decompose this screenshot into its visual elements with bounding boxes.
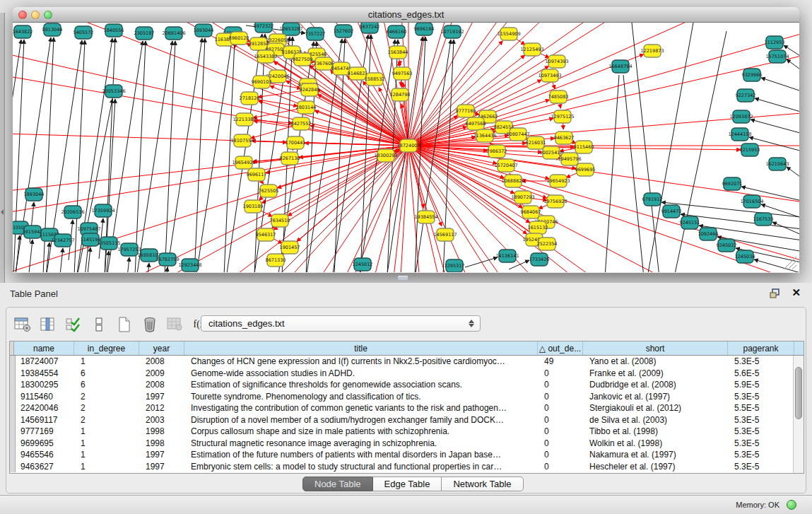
graph-node-label: 10653287 [279, 26, 302, 32]
network-canvas[interactable]: 1643822881304454055721840556230518720691… [13, 23, 799, 272]
graph-edge [194, 38, 205, 272]
table-row[interactable]: 911546021997Tourette syndrome. Phenomeno… [10, 391, 804, 403]
table-row[interactable]: 946362711997Embryonic stem cells: a mode… [10, 461, 804, 473]
cell-pagerank: 5.9E-5 [729, 379, 796, 391]
column-header-out_de...[interactable]: △ out_de... [538, 341, 583, 355]
graph-node-label: 19654925 [232, 160, 255, 165]
graph-node-label: 17957253 [117, 247, 141, 252]
tab-network-table[interactable]: Network Table [442, 477, 523, 491]
graph-node-label: 9146821 [348, 71, 368, 76]
window-resize-grip[interactable] [779, 252, 798, 271]
graph-node-label: 7634510 [270, 218, 290, 223]
table-row[interactable]: 2242004622012Investigating the contribut… [10, 402, 804, 414]
table-source-value: citations_edges.txt [208, 318, 285, 329]
cell-pagerank: 5.3E-5 [729, 414, 796, 426]
row-gutter-cell [10, 461, 16, 473]
citation-network-graph[interactable]: 1643822881304454055721840556230518720691… [13, 23, 799, 272]
graph-node-label: 15751074 [765, 54, 789, 59]
close-window-button[interactable] [18, 11, 27, 19]
memory-status-indicator[interactable] [787, 500, 796, 510]
cell-short: Franke et al. (2009) [584, 368, 729, 380]
graph-node-label: 19384554 [414, 214, 437, 220]
graph-node-label: 12444158 [728, 132, 751, 137]
row-gutter-cell [10, 379, 16, 391]
cell-out_de...: 0 [539, 461, 584, 473]
column-header-year[interactable]: year [139, 341, 184, 355]
graph-edge [13, 23, 408, 146]
splitter-grip[interactable] [398, 276, 408, 280]
graph-node-label: 2718126 [240, 95, 260, 101]
graph-node-label: 18724007 [396, 143, 420, 148]
cell-out_de...: 0 [539, 414, 584, 426]
graph-node-label: 12342757 [51, 238, 74, 243]
column-header-name[interactable]: name [14, 341, 74, 355]
graph-edge [772, 222, 799, 238]
delete-column-icon[interactable] [141, 315, 159, 334]
graph-edge [13, 23, 408, 146]
zoom-window-button[interactable] [44, 11, 52, 19]
graph-node-label: 9914473 [661, 209, 682, 214]
cell-pagerank: 5.5E-5 [729, 402, 796, 414]
graph-node-label: 9115460 [574, 144, 594, 150]
cell-year: 2003 [141, 414, 186, 426]
graph-edge [787, 59, 799, 75]
tab-node-table[interactable]: Node Table [302, 477, 373, 491]
column-header-short[interactable]: short [583, 341, 728, 355]
graph-node-label: 1588532 [365, 76, 385, 82]
tab-edge-table[interactable]: Edge Table [373, 477, 442, 491]
table-row[interactable]: 977716911998Corpus callosum shape and si… [10, 426, 804, 438]
graph-node-label: 1167533 [753, 216, 774, 222]
graph-edge [16, 235, 20, 272]
graph-node-label: 9827509 [293, 57, 313, 62]
table-row[interactable]: 946554611997Estimation of the future num… [10, 449, 804, 461]
table-panel-box: f(x) citations_edges.txt namein_degreeye… [6, 307, 806, 493]
cell-title: Changes of HCN gene expression and I(f) … [186, 356, 539, 368]
cell-short: Yano et al. (2008) [584, 356, 729, 368]
graph-node-label: 8960128 [229, 35, 249, 41]
graph-node-label: 12125493 [520, 47, 543, 52]
table-disabled-icon [166, 315, 184, 334]
scrollbar-thumb[interactable] [795, 367, 802, 419]
graph-node-label: 1903189 [243, 204, 264, 209]
column-header-title[interactable]: title [184, 341, 538, 355]
graph-edge [145, 263, 149, 272]
graph-node-label: 7485083 [548, 94, 569, 100]
table-row[interactable]: 1872400712008Changes of HCN gene express… [10, 356, 804, 368]
cell-out_de...: 0 [539, 402, 584, 414]
graph-node-label: 8267130 [280, 156, 300, 161]
network-window[interactable]: citations_edges.txt 16438228813044540557… [13, 7, 799, 273]
column-header-in_degree[interactable]: in_degree [74, 341, 139, 355]
table-row[interactable]: 969969511998Structural magnetic resonanc… [10, 438, 804, 450]
graph-node-label: 13505135 [97, 240, 120, 246]
graph-node-label: 17016504 [740, 199, 763, 204]
table-mode-icon[interactable] [13, 315, 32, 334]
graph-node-label: 5637242 [360, 24, 380, 30]
table-row[interactable]: 1938455462009Genome-wide association stu… [10, 368, 804, 380]
close-panel-icon[interactable]: ✕ [792, 286, 801, 299]
new-column-icon[interactable] [115, 315, 134, 334]
cell-in_degree: 2 [76, 391, 141, 403]
column-visibility-icon[interactable] [39, 315, 57, 334]
cell-in_degree: 1 [76, 426, 141, 438]
column-header-pagerank[interactable]: pagerank [728, 341, 794, 355]
graph-node-label: 2305187 [134, 30, 155, 36]
node-table[interactable]: namein_degreeyeartitle△ out_de...shortpa… [9, 341, 804, 474]
network-window-titlebar[interactable]: citations_edges.txt [13, 7, 799, 23]
column-select-check-icon[interactable] [64, 315, 83, 334]
table-source-dropdown[interactable]: citations_edges.txt [201, 315, 481, 332]
row-gutter-cell [10, 402, 16, 414]
panel-collapse-strip[interactable] [0, 13, 5, 283]
minimize-window-button[interactable] [31, 11, 40, 19]
cell-pagerank: 5.3E-5 [729, 438, 796, 450]
row-height-icon[interactable] [90, 315, 108, 334]
graph-node-label: 18300295 [374, 153, 397, 158]
table-row[interactable]: 1830029562008Estimation of significance … [10, 379, 804, 391]
graph-node-label: 12975125 [551, 114, 574, 119]
cell-name: 18300295 [16, 379, 76, 391]
cell-title: Embryonic stem cells: a model to study s… [186, 461, 539, 473]
row-gutter-cell [10, 414, 16, 426]
float-panel-icon[interactable] [770, 288, 781, 298]
vertical-scrollbar[interactable] [793, 356, 804, 474]
graph-node-label: 19756928 [543, 199, 567, 204]
table-row[interactable]: 1456911722003Disruption of a novel membe… [10, 414, 804, 426]
